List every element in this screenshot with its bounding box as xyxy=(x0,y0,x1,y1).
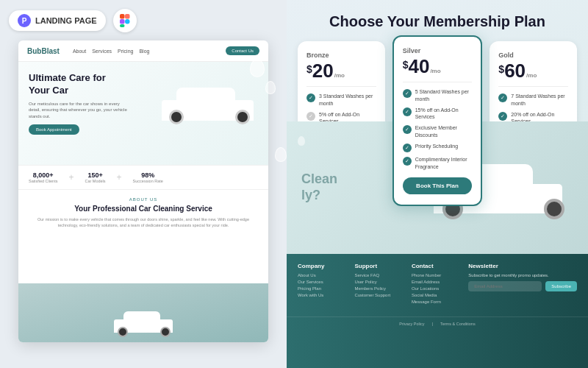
gold-period: /mo xyxy=(526,73,537,79)
lp-logo: BubBlast xyxy=(27,47,60,55)
bronze-dollar: $ xyxy=(306,64,312,74)
silver-divider xyxy=(403,82,473,82)
silver-book-btn[interactable]: Book This Plan xyxy=(403,177,473,194)
footer-link-phone[interactable]: Phone Number xyxy=(412,273,465,277)
hero-title: Ultimate Care for Your Car xyxy=(29,72,124,97)
footer-contact: Contact Phone Number Email Address Our L… xyxy=(412,263,465,306)
about-section: ABOUT US Your Professional Car Cleaning … xyxy=(18,190,268,236)
clean-text: Clean ly? xyxy=(301,171,337,203)
stat-clients-num: 8,000+ xyxy=(29,171,57,179)
stat-success-label: Succession Rate xyxy=(133,179,163,183)
left-panel: P LANDING PAGE BubBlast About Services P… xyxy=(0,0,287,368)
nav-blog[interactable]: Blog xyxy=(139,49,149,54)
footer-link-work[interactable]: Work with Us xyxy=(298,293,351,297)
bronze-period: /mo xyxy=(334,73,345,79)
big-car-wheel-right xyxy=(544,199,564,219)
stats-row: 8,000+ Satisfied Clients + 150+ Car Mode… xyxy=(18,165,268,190)
bronze-tier: Bronze xyxy=(306,52,376,59)
footer-link-email[interactable]: Email Address xyxy=(412,280,465,284)
gold-feature-1: ✓ 7 Standard Washes per month xyxy=(498,93,568,107)
landing-page-badge: P LANDING PAGE xyxy=(9,10,106,31)
footer-newsletter-title: Newsletter xyxy=(468,263,577,269)
footer-link-message[interactable]: Message Form xyxy=(412,300,465,304)
newsletter-subscribe-btn[interactable]: Subscribe xyxy=(545,281,577,291)
book-appointment-btn[interactable]: Book Appointment xyxy=(29,124,79,135)
water-drop-3 xyxy=(275,147,287,162)
nav-about[interactable]: About xyxy=(73,49,86,54)
svg-rect-0 xyxy=(120,14,125,19)
hero-car xyxy=(158,80,268,146)
car-illustration xyxy=(158,80,261,124)
footer-link-locations[interactable]: Our Locations xyxy=(412,286,465,291)
feature-text: 7 Standard Washes per month xyxy=(511,93,568,107)
landing-mockup: BubBlast About Services Pricing Blog Con… xyxy=(18,40,268,342)
footer-link-about[interactable]: About Us xyxy=(298,273,351,277)
stat-clients-label: Satisfied Clients xyxy=(29,179,57,183)
check-icon: ✓ xyxy=(403,125,412,134)
about-desc: Our mission is to make every vehicle tha… xyxy=(29,216,258,229)
nav-services[interactable]: Services xyxy=(92,49,112,54)
footer-support-title: Support xyxy=(354,263,407,269)
p-icon: P xyxy=(18,14,31,27)
stat-models: 150+ Car Models xyxy=(85,171,105,183)
feature-text: Exclusive Member Discounts xyxy=(415,124,473,139)
check-icon: ✓ xyxy=(498,112,507,121)
clean-line-2: ly? xyxy=(301,188,337,204)
footer-link-social[interactable]: Social Media xyxy=(412,293,465,297)
feature-text: 3 Standard Washes per month xyxy=(319,93,376,107)
footer-grid: Company About Us Our Services Pricing Pl… xyxy=(287,254,588,312)
hero-subtitle: Our meticulous care for the car shows in… xyxy=(29,101,132,119)
lp-nav: BubBlast About Services Pricing Blog Con… xyxy=(18,40,268,62)
water-drop-2 xyxy=(265,81,276,94)
silver-amount: 40 xyxy=(408,57,429,76)
clean-line-1: Clean xyxy=(301,171,337,188)
svg-rect-2 xyxy=(120,19,125,24)
footer-link-members[interactable]: Members Policy xyxy=(354,286,407,291)
right-panel: Choose Your Membership Plan Bronze $ 20 … xyxy=(287,0,588,368)
bronze-price: $ 20 /mo xyxy=(306,61,376,80)
car-wheel-right xyxy=(235,110,250,124)
silver-feature-5: ✓ Complimentary Interior Fragrance xyxy=(403,156,473,171)
silver-price: $ 40 /mo xyxy=(403,57,473,76)
footer-link-services[interactable]: Our Services xyxy=(298,280,351,284)
pricing-title: Choose Your Membership Plan xyxy=(301,13,573,30)
footer-link-pricing[interactable]: Pricing Plan xyxy=(298,286,351,291)
gold-divider xyxy=(498,86,568,87)
svg-rect-3 xyxy=(120,24,125,27)
silver-period: /mo xyxy=(430,68,440,74)
footer-link-customer[interactable]: Customer Support xyxy=(354,293,407,297)
footer-link-faq[interactable]: Service FAQ xyxy=(354,273,407,277)
check-icon: ✓ xyxy=(403,107,412,116)
footer-newsletter: Newsletter Subscribe to get monthly prom… xyxy=(468,263,577,306)
footer-link-user-policy[interactable]: User Policy xyxy=(354,280,407,284)
gold-price: $ 60 /mo xyxy=(498,61,568,80)
footer-terms[interactable]: Terms & Conditions xyxy=(440,322,476,326)
stat-success: 98% Succession Rate xyxy=(133,171,163,183)
check-icon: ✓ xyxy=(498,93,507,102)
bronze-feature-1: ✓ 3 Standard Washes per month xyxy=(306,93,376,107)
check-icon: ✓ xyxy=(306,93,315,102)
car-wheel-left xyxy=(169,110,184,124)
gold-dollar: $ xyxy=(498,64,504,74)
toolbar: P LANDING PAGE xyxy=(9,9,137,32)
silver-feature-3: ✓ Exclusive Member Discounts xyxy=(403,124,473,139)
silver-feature-4: ✓ Priority Scheduling xyxy=(403,143,473,152)
footer-bottom: Privacy Policy | Terms & Conditions xyxy=(287,316,588,330)
silver-feature-1: ✓ 5 Standard Washes per month xyxy=(403,88,473,103)
bottom-img-area xyxy=(18,283,268,342)
about-tag: ABOUT US xyxy=(29,197,258,202)
footer: Company About Us Our Services Pricing Pl… xyxy=(287,254,588,368)
contact-btn[interactable]: Contact Us xyxy=(226,46,259,55)
check-icon: ✓ xyxy=(403,144,412,152)
newsletter-input-row: Subscribe xyxy=(468,281,577,291)
check-icon-inactive: ✓ xyxy=(306,112,315,121)
stat-success-num: 98% xyxy=(133,171,163,179)
nav-pricing[interactable]: Pricing xyxy=(118,49,133,54)
check-icon: ✓ xyxy=(403,157,412,166)
stat-models-label: Car Models xyxy=(85,179,105,183)
bronze-amount: 20 xyxy=(312,61,334,80)
footer-privacy[interactable]: Privacy Policy xyxy=(399,322,424,326)
newsletter-email-input[interactable] xyxy=(468,281,542,291)
footer-company: Company About Us Our Services Pricing Pl… xyxy=(298,263,351,306)
badge-label: LANDING PAGE xyxy=(35,16,97,25)
